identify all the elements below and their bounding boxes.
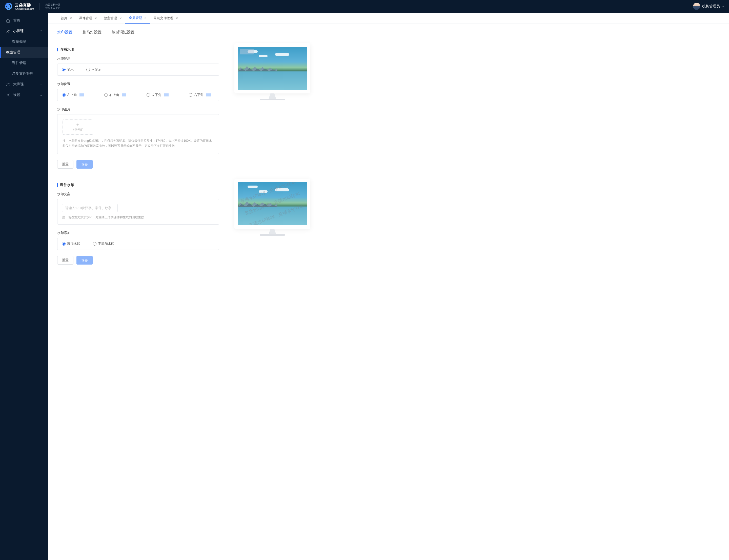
radio-pos-topleft[interactable]: 左上角: [62, 93, 84, 97]
close-icon[interactable]: ×: [70, 16, 72, 20]
position-thumb-icon: [164, 93, 169, 96]
sidebar-item-classroom-management[interactable]: 教室管理: [0, 47, 48, 58]
label-text: 水印文案: [57, 192, 219, 196]
sidebar-item-data-overview[interactable]: 数据概览: [0, 36, 48, 47]
radio-pos-bottomright[interactable]: 右下角: [189, 93, 211, 97]
position-thumb-icon: [206, 93, 211, 96]
group-icon: [6, 82, 10, 86]
home-icon: [6, 18, 10, 23]
logo-tagline-1: 教育机构一站: [45, 3, 60, 6]
logo[interactable]: 云朵直播 yunduoketang.com 教育机构一站 式服务云平台: [5, 3, 60, 10]
radio-add-no[interactable]: 不添加水印: [93, 242, 114, 246]
topbar: 云朵直播 yunduoketang.com 教育机构一站 式服务云平台 机构管理…: [0, 0, 729, 13]
section-title-live: 直播水印: [57, 47, 219, 52]
sidebar: 首页 小班课 ⌃ 数据概览 教室管理 课件管理 录制文件管理 大班课: [0, 0, 48, 560]
content: 首页× 课件管理× 教室管理× 全局管理× 录制文件管理× 水印设置 跑马灯设置…: [48, 0, 729, 560]
radio-display-hide[interactable]: 不显示: [86, 67, 101, 72]
radio-group-display: 显示 不显示: [57, 64, 219, 76]
svg-point-0: [7, 30, 8, 31]
close-icon[interactable]: ×: [95, 16, 97, 20]
label-display: 水印显示: [57, 56, 219, 61]
avatar: [693, 3, 700, 10]
chevron-down-icon: ⌄: [40, 83, 42, 86]
tab-global[interactable]: 全局管理×: [125, 13, 150, 24]
inner-tab-marquee[interactable]: 跑马灯设置: [83, 30, 102, 38]
close-icon[interactable]: ×: [119, 16, 121, 20]
close-icon[interactable]: ×: [176, 16, 178, 20]
label-position: 水印位置: [57, 82, 219, 86]
user-name: 机构管理员: [702, 4, 720, 9]
tab-classroom[interactable]: 教室管理×: [100, 13, 125, 24]
hint-text: 注：若设置为添加水印，对直播上传的课件和生成的回放生效: [62, 215, 214, 220]
gear-icon: [6, 93, 10, 97]
tabs-bar: 首页× 课件管理× 教室管理× 全局管理× 录制文件管理×: [48, 13, 729, 24]
svg-point-3: [8, 83, 9, 84]
inner-tab-watermark[interactable]: 水印设置: [57, 30, 72, 38]
sidebar-item-courseware-management[interactable]: 课件管理: [0, 58, 48, 68]
radio-display-show[interactable]: 显示: [62, 67, 74, 72]
inner-tabs: 水印设置 跑马灯设置 敏感词汇设置: [57, 24, 720, 38]
inner-tab-sensitive[interactable]: 敏感词汇设置: [112, 30, 134, 38]
chevron-up-icon: ⌃: [40, 30, 42, 33]
svg-point-4: [8, 94, 9, 95]
close-icon[interactable]: ×: [145, 16, 147, 20]
sidebar-item-recording-management[interactable]: 录制文件管理: [0, 68, 48, 79]
svg-point-2: [7, 83, 8, 84]
logo-mark-icon: [5, 3, 12, 10]
reset-button[interactable]: 重置: [57, 160, 73, 169]
radio-add-yes[interactable]: 添加水印: [62, 242, 80, 246]
upload-dropzone[interactable]: + 上传图片: [63, 119, 93, 135]
sidebar-item-smallclass[interactable]: 小班课 ⌃: [0, 26, 48, 36]
watermark-text-input[interactable]: [62, 204, 118, 212]
radio-group-position: 左上角 右上角 左下角 右下角: [57, 89, 219, 101]
logo-title: 云朵直播: [15, 3, 34, 8]
sidebar-item-bigclass[interactable]: 大班课 ⌄: [0, 79, 48, 90]
position-thumb-icon: [122, 93, 126, 96]
radio-pos-topright[interactable]: 右上角: [104, 93, 126, 97]
chevron-down-icon: [721, 5, 724, 7]
watermark-preview-box: [240, 49, 254, 54]
reset-button[interactable]: 重置: [57, 256, 73, 265]
save-button[interactable]: 保存: [76, 160, 93, 169]
label-add: 水印添加: [57, 231, 219, 235]
users-icon: [6, 29, 10, 33]
preview-monitor-doc: 直播水印样本 直播水印样本 直播水印样本 直播水印样本 直播水印样本 直播水印样…: [234, 179, 310, 229]
sidebar-item-settings[interactable]: 设置 ⌄: [0, 90, 48, 100]
save-button[interactable]: 保存: [76, 256, 93, 265]
radio-pos-bottomleft[interactable]: 左下角: [147, 93, 169, 97]
tab-home[interactable]: 首页×: [57, 13, 75, 24]
sidebar-item-home[interactable]: 首页: [0, 15, 48, 26]
chevron-down-icon: ⌄: [40, 94, 42, 96]
position-thumb-icon: [79, 93, 84, 96]
preview-monitor-live: [234, 43, 310, 93]
tab-courseware[interactable]: 课件管理×: [75, 13, 100, 24]
tab-recording[interactable]: 录制文件管理×: [150, 13, 181, 24]
logo-subtitle: yunduoketang.com: [15, 8, 34, 10]
label-image: 水印图片: [57, 107, 219, 112]
user-menu[interactable]: 机构管理员: [693, 3, 724, 10]
plus-icon: +: [76, 122, 79, 127]
svg-point-1: [9, 30, 9, 31]
hint-image: 注：水印只支持png格式图片，且必须为透明底。建议最佳图片尺寸：174*80，大…: [63, 138, 214, 149]
radio-group-add: 添加水印 不添加水印: [57, 238, 219, 250]
logo-tagline-2: 式服务云平台: [45, 6, 60, 10]
section-title-doc: 课件水印: [57, 183, 219, 187]
